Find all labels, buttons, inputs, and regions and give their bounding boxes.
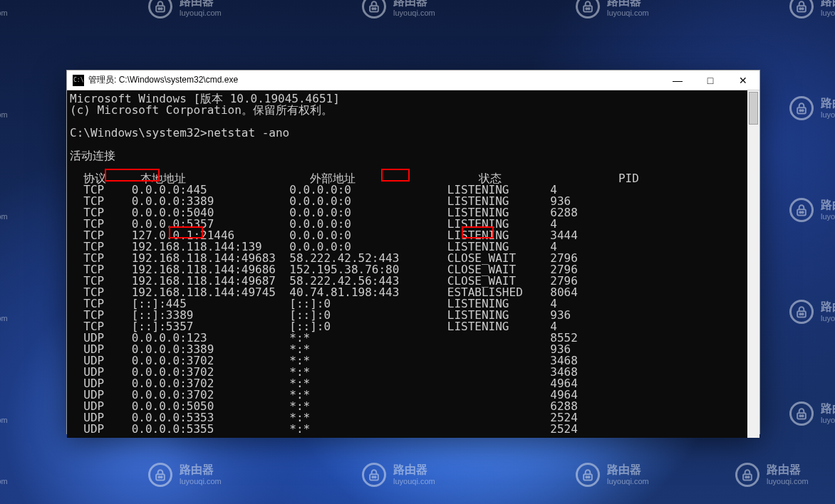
watermark-text: 路由器 — [0, 0, 8, 9]
lock-icon — [735, 463, 759, 487]
watermark: 路由器luyouqi.com — [362, 0, 435, 19]
svg-point-82 — [372, 476, 373, 478]
svg-rect-12 — [797, 6, 806, 11]
lock-icon — [362, 0, 386, 19]
lock-icon — [789, 401, 814, 426]
svg-point-80 — [161, 476, 162, 478]
cmd-window: 管理员: C:\Windows\system32\cmd.exe — □ ✕ M… — [66, 70, 760, 434]
svg-rect-6 — [370, 6, 378, 11]
watermark-text: 路由器 — [0, 463, 8, 476]
svg-point-4 — [158, 8, 160, 9]
svg-point-11 — [588, 8, 590, 9]
terminal-output[interactable]: Microsoft Windows [版本 10.0.19045.4651] (… — [67, 90, 747, 438]
watermark-text: 路由器 — [393, 463, 435, 476]
svg-point-13 — [799, 8, 801, 9]
svg-point-83 — [375, 476, 376, 478]
watermark: 路由器luyouqi.com — [148, 463, 222, 487]
svg-point-85 — [586, 476, 587, 478]
watermark-url: luyouqi.com — [821, 416, 835, 425]
watermark-url: luyouqi.com — [821, 314, 835, 323]
watermark: 路由器luyouqi.com — [0, 300, 8, 324]
watermark-text: 路由器 — [821, 97, 835, 110]
watermark: 路由器luyouqi.com — [0, 463, 8, 487]
watermark-url: luyouqi.com — [821, 110, 835, 120]
svg-point-8 — [375, 8, 376, 9]
watermark-url: luyouqi.com — [607, 9, 649, 18]
watermark-url: luyouqi.com — [821, 212, 835, 221]
titlebar[interactable]: 管理员: C:\Windows\system32\cmd.exe — □ ✕ — [67, 70, 759, 90]
watermark-text: 路由器 — [0, 97, 8, 110]
svg-rect-78 — [156, 474, 165, 480]
svg-rect-87 — [743, 474, 752, 480]
vertical-scrollbar[interactable] — [747, 90, 759, 438]
maximize-button[interactable]: □ — [694, 70, 727, 90]
watermark-text: 路由器 — [821, 0, 835, 9]
watermark-url: luyouqi.com — [0, 212, 8, 221]
watermark-text: 路由器 — [767, 463, 809, 476]
watermark: 路由器luyouqi.com — [148, 0, 222, 19]
svg-rect-42 — [797, 209, 806, 215]
watermark-url: luyouqi.com — [0, 416, 8, 425]
svg-point-59 — [802, 313, 804, 315]
watermark-text: 路由器 — [393, 0, 435, 9]
watermark: 路由器luyouqi.com — [576, 463, 649, 487]
terminal-area: Microsoft Windows [版本 10.0.19045.4651] (… — [67, 90, 759, 438]
watermark: 路由器luyouqi.com — [789, 401, 835, 426]
watermark-text: 路由器 — [607, 0, 649, 9]
watermark: 路由器luyouqi.com — [0, 96, 8, 120]
watermark-url: luyouqi.com — [180, 477, 222, 486]
svg-point-14 — [802, 8, 804, 9]
watermark-url: luyouqi.com — [0, 477, 8, 486]
lock-icon — [148, 463, 172, 487]
lock-icon — [789, 0, 814, 19]
watermark-url: luyouqi.com — [0, 9, 8, 18]
svg-point-73 — [799, 415, 801, 416]
watermark-url: luyouqi.com — [767, 477, 809, 486]
svg-point-79 — [158, 476, 160, 478]
close-button[interactable]: ✕ — [727, 70, 759, 90]
svg-point-29 — [802, 110, 804, 111]
watermark-url: luyouqi.com — [821, 9, 835, 18]
watermark-text: 路由器 — [0, 402, 8, 415]
watermark: 路由器luyouqi.com — [0, 0, 8, 19]
lock-icon — [362, 463, 386, 487]
watermark: 路由器luyouqi.com — [789, 96, 835, 120]
svg-point-43 — [799, 211, 801, 213]
desktop-wallpaper: 路由器luyouqi.com路由器luyouqi.com路由器luyouqi.c… — [0, 0, 835, 504]
minimize-button[interactable]: — — [661, 70, 694, 90]
svg-rect-57 — [797, 311, 806, 317]
lock-icon — [789, 300, 814, 324]
watermark-text: 路由器 — [180, 463, 222, 476]
svg-rect-9 — [584, 6, 592, 11]
watermark-url: luyouqi.com — [393, 9, 435, 18]
svg-rect-27 — [797, 107, 806, 113]
svg-rect-72 — [797, 413, 806, 419]
svg-point-5 — [161, 8, 162, 9]
svg-point-7 — [372, 8, 373, 9]
watermark: 路由器luyouqi.com — [789, 198, 835, 222]
svg-point-28 — [799, 110, 801, 111]
watermark-text: 路由器 — [821, 300, 835, 313]
svg-point-58 — [799, 313, 801, 315]
svg-point-86 — [588, 476, 590, 478]
lock-icon — [576, 0, 600, 19]
watermark: 路由器luyouqi.com — [0, 198, 8, 222]
watermark: 路由器luyouqi.com — [0, 401, 8, 426]
cmd-icon — [73, 75, 84, 86]
watermark: 路由器luyouqi.com — [576, 0, 649, 19]
svg-point-44 — [802, 211, 804, 213]
watermark: 路由器luyouqi.com — [735, 463, 809, 487]
lock-icon — [789, 198, 814, 222]
watermark-url: luyouqi.com — [0, 314, 8, 323]
lock-icon — [789, 96, 814, 120]
scrollbar-thumb[interactable] — [749, 92, 758, 125]
svg-point-74 — [802, 415, 804, 416]
watermark-url: luyouqi.com — [0, 110, 8, 120]
svg-rect-84 — [584, 474, 592, 480]
watermark-url: luyouqi.com — [180, 9, 222, 18]
svg-rect-81 — [370, 474, 378, 480]
watermark: 路由器luyouqi.com — [789, 0, 835, 19]
watermark-url: luyouqi.com — [393, 477, 435, 486]
watermark-text: 路由器 — [821, 402, 835, 415]
watermark-text: 路由器 — [0, 199, 8, 211]
